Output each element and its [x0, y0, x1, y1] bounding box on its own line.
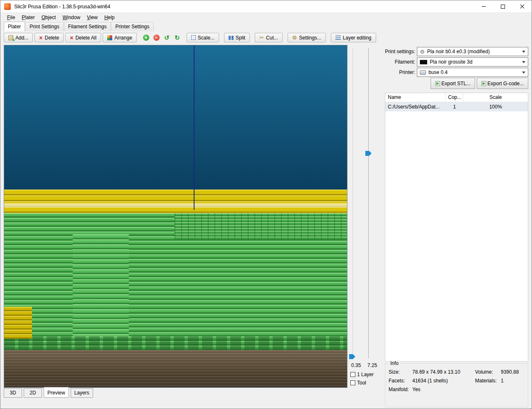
print-settings-value: Pla noir b0.4 e0.3 (modified) — [427, 49, 490, 54]
layer-slider-handle-upper[interactable] — [365, 151, 372, 156]
table-row[interactable]: C:/Users/Seb/AppDat... 1 100% — [385, 102, 528, 111]
menu-view[interactable]: View — [84, 13, 101, 22]
column-copies[interactable]: Cop... — [446, 93, 463, 102]
delete-all-label: Delete All — [75, 35, 96, 41]
layer-editing-label: Layer editing — [343, 35, 372, 41]
rotate-cw-button[interactable]: ↻ — [173, 33, 182, 42]
plus-icon: + — [143, 34, 149, 41]
pale-layer-stripe — [4, 203, 347, 207]
size-label: Size: — [389, 369, 412, 375]
arrange-icon — [107, 35, 112, 40]
delete-label: Delete — [45, 35, 59, 41]
layer-slider-panel: 0.35 7.25 1 Layer Tool — [347, 45, 383, 388]
delete-all-button[interactable]: × Delete All — [65, 33, 101, 42]
layer-min-value: 0.35 — [351, 362, 361, 368]
view-tabs: 3D 2D Preview Layers — [4, 388, 95, 398]
decrease-copies-button[interactable]: − — [152, 33, 161, 42]
vertical-marker-line — [194, 45, 195, 210]
export-gcode-button[interactable]: Export G-code... — [477, 78, 528, 89]
bottom-infill-texture — [4, 336, 347, 350]
print-settings-select[interactable]: ⚙ Pla noir b0.4 e0.3 (modified) — [417, 47, 528, 56]
settings-label: Settings... — [299, 35, 321, 41]
close-button[interactable] — [512, 0, 532, 12]
increase-copies-button[interactable]: + — [142, 33, 150, 42]
split-label: Split — [236, 35, 245, 41]
tab-plater[interactable]: Plater — [4, 22, 25, 31]
chevron-down-icon — [522, 61, 525, 63]
minimize-button[interactable] — [474, 0, 493, 12]
cut-label: Cut... — [266, 35, 278, 41]
filament-color-swatch — [420, 60, 427, 64]
materials-label: Materials: — [475, 378, 501, 384]
infill-layers — [175, 213, 347, 239]
layer-max-value: 7.25 — [367, 362, 377, 368]
tab-2d[interactable]: 2D — [24, 388, 42, 398]
layers-icon — [335, 35, 341, 40]
filament-select[interactable]: Pla noir grossite 3d — [417, 57, 528, 67]
cell-scale: 100% — [463, 102, 528, 111]
tool-checkbox[interactable]: Tool — [350, 380, 366, 386]
one-layer-checkbox[interactable]: 1 Layer — [350, 372, 374, 377]
volume-label: Volume: — [475, 369, 501, 375]
scale-label: Scale... — [198, 35, 214, 41]
print-settings-label: Print settings: — [383, 47, 415, 56]
printer-icon — [420, 70, 426, 75]
right-panel: Print settings: ⚙ Pla noir b0.4 e0.3 (mo… — [383, 45, 532, 409]
gear-icon: ⚙ — [292, 35, 297, 40]
menu-file[interactable]: File — [4, 13, 18, 22]
tab-layers[interactable]: Layers — [71, 388, 93, 398]
split-button[interactable]: Split — [224, 33, 250, 42]
cell-name: C:/Users/Seb/AppDat... — [385, 102, 446, 111]
tab-preview[interactable]: Preview — [44, 387, 69, 398]
maximize-icon — [501, 5, 505, 9]
menu-window[interactable]: Window — [59, 13, 84, 22]
layer-slider-handle-lower[interactable] — [349, 354, 355, 359]
menu-help[interactable]: Help — [101, 13, 118, 22]
menu-object[interactable]: Object — [38, 13, 59, 22]
export-stl-button[interactable]: Export STL... — [431, 78, 475, 89]
printer-value: buse 0.4 — [429, 69, 448, 75]
export-gcode-label: Export G-code... — [488, 81, 524, 86]
scale-icon — [191, 35, 196, 40]
split-icon — [229, 36, 234, 40]
tab-print-settings[interactable]: Print Settings — [25, 22, 63, 31]
facets-value: 41634 (1 shells) — [412, 378, 475, 384]
preview-viewport[interactable] — [4, 45, 347, 388]
delete-button[interactable]: × Delete — [34, 33, 64, 42]
layer-slider-track-lower[interactable] — [352, 48, 353, 358]
export-icon — [481, 81, 486, 86]
arrange-button[interactable]: Arrange — [103, 33, 137, 42]
scale-button[interactable]: Scale... — [187, 33, 219, 42]
tool-checkbox-icon[interactable] — [350, 380, 355, 385]
one-layer-checkbox-icon[interactable] — [350, 372, 355, 377]
info-title: Info — [389, 360, 400, 366]
titlebar[interactable]: Slic3r Prusa Edition - 1.38.5-prusa3d-wi… — [0, 0, 532, 13]
settings-button[interactable]: ⚙ Settings... — [288, 33, 326, 42]
rotate-ccw-button[interactable]: ↺ — [163, 33, 171, 42]
column-scale[interactable]: Scale — [463, 93, 528, 102]
layer-slider-track-upper[interactable] — [368, 48, 369, 358]
one-layer-label: 1 Layer — [357, 372, 374, 377]
window-controls — [474, 0, 532, 12]
settings-tabs: Plater Print Settings Filament Settings … — [0, 22, 532, 31]
tab-3d[interactable]: 3D — [4, 388, 22, 398]
export-stl-label: Export STL... — [441, 81, 470, 86]
manifold-label: Manifold: — [389, 387, 412, 392]
column-name[interactable]: Name — [385, 93, 446, 102]
tab-printer-settings[interactable]: Printer Settings — [111, 22, 153, 31]
add-label: Add... — [15, 35, 28, 41]
gear-icon: ⚙ — [420, 49, 425, 54]
delete-all-icon: × — [70, 35, 73, 41]
add-button[interactable]: Add... — [4, 33, 33, 42]
add-object-icon — [8, 35, 13, 40]
facets-label: Facets: — [389, 378, 412, 384]
object-table: Name Cop... Scale C:/Users/Seb/AppDat...… — [385, 93, 528, 362]
layer-editing-button[interactable]: Layer editing — [331, 33, 376, 42]
cut-button[interactable]: ✂ Cut... — [255, 33, 283, 42]
menu-plater[interactable]: Plater — [18, 13, 38, 22]
size-value: 78.69 x 74.99 x 13.10 — [412, 369, 475, 375]
tab-filament-settings[interactable]: Filament Settings — [64, 22, 111, 31]
printer-select[interactable]: buse 0.4 — [417, 68, 528, 77]
maximize-button[interactable] — [493, 0, 512, 12]
toolbar: Add... × Delete × Delete All Arrange + −… — [0, 32, 532, 44]
